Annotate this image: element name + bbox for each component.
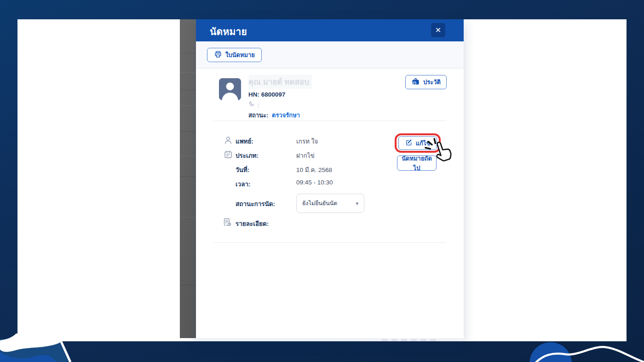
- close-icon: ✕: [435, 26, 441, 34]
- field-label-type: ประเภท:: [236, 150, 259, 161]
- edit-button-label: แก้ไข: [416, 138, 431, 148]
- status-label: สถานะ:: [248, 112, 268, 119]
- printer-icon: [214, 50, 222, 60]
- phone-icon: [248, 101, 255, 109]
- edit-button[interactable]: แก้ไข: [398, 136, 437, 150]
- next-appointment-button[interactable]: นัดหมายถัดไป: [397, 155, 437, 171]
- patient-hn: HN: 6800097: [248, 91, 285, 98]
- field-value-time: 09:45 - 10:30: [296, 179, 333, 186]
- details-document-icon: [222, 217, 232, 227]
- field-label-details: รายละเอียด:: [236, 218, 269, 229]
- dropdown-selected-value: ยังไม่ยืนยันนัด: [302, 199, 337, 208]
- next-appointment-label: นัดหมายถัดไป: [400, 154, 433, 173]
- clipped-footer-text-fragment: [382, 339, 438, 341]
- divider: [213, 121, 446, 121]
- field-label-time: เวลา:: [236, 179, 251, 189]
- hn-label: HN:: [248, 91, 259, 98]
- print-button-label: ใบนัดหมาย: [225, 50, 255, 60]
- divider: [213, 242, 446, 243]
- close-button[interactable]: ✕: [431, 23, 445, 37]
- wave-decoration-right: [524, 341, 644, 362]
- field-label-appointment-status: สถานะการนัด:: [236, 199, 275, 209]
- field-value-date: 10 มี.ค. 2568: [296, 165, 332, 175]
- patient-phone: :: [248, 101, 259, 109]
- appointment-status-dropdown[interactable]: ยังไม่ยืนยันนัด ▾: [296, 194, 364, 213]
- doctor-icon: [223, 135, 233, 145]
- chevron-down-icon: ▾: [356, 201, 358, 207]
- modal-toolbar: ใบนัดหมาย: [196, 41, 464, 69]
- history-button[interactable]: ประวัติ: [405, 75, 447, 89]
- edit-pencil-icon: [405, 139, 413, 148]
- field-label-date: วันที่:: [236, 165, 249, 175]
- patient-status: สถานะ: ตรวจรักษา: [248, 110, 300, 120]
- field-value-type: ฝากไข่: [296, 150, 315, 161]
- modal-title: นัดหมาย: [210, 24, 247, 39]
- patient-name: คุณ มายด์ ทดสอบ: [248, 75, 312, 89]
- patient-avatar: [219, 78, 241, 100]
- medical-bag-icon: [411, 77, 420, 87]
- phone-separator: :: [258, 102, 259, 109]
- status-value-link[interactable]: ตรวจรักษา: [272, 112, 300, 119]
- modal-header: นัดหมาย ✕: [196, 19, 464, 41]
- field-value-doctor: เกรท ใจ: [296, 136, 318, 146]
- screen: { "colors": { "background_navy": "#0d2a5…: [0, 0, 644, 362]
- field-label-doctor: แพทย์:: [236, 136, 253, 146]
- appointment-modal: นัดหมาย ✕ ใบนัดหมาย: [196, 19, 464, 341]
- page-surface: นัดหมาย ✕ ใบนัดหมาย: [17, 19, 627, 341]
- calendar-icon: [223, 149, 233, 160]
- history-button-label: ประวัติ: [423, 77, 441, 87]
- dimmed-table-column: [180, 19, 196, 338]
- print-appointment-button[interactable]: ใบนัดหมาย: [207, 48, 262, 62]
- hn-value: 6800097: [261, 91, 286, 98]
